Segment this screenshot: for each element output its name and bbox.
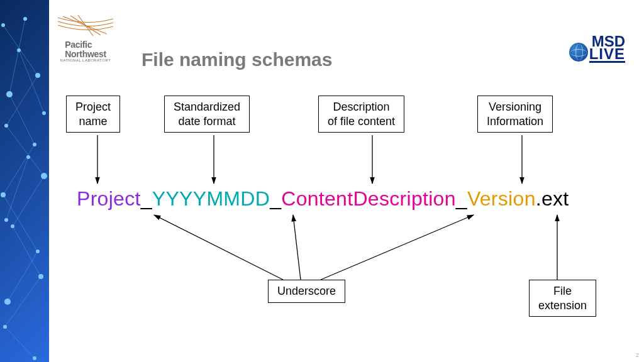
svg-line-10 bbox=[3, 195, 38, 251]
svg-point-25 bbox=[1, 192, 6, 197]
svg-line-6 bbox=[5, 327, 35, 358]
segment-date: YYYYMMDD bbox=[152, 187, 270, 210]
msd-live-logo: MSD LIVE bbox=[569, 35, 625, 63]
svg-point-16 bbox=[4, 124, 8, 128]
svg-line-1 bbox=[6, 75, 38, 126]
box-underscore: Underscore bbox=[268, 280, 345, 303]
svg-line-9 bbox=[3, 145, 35, 195]
box-description: Description of file content bbox=[318, 96, 404, 133]
segment-ext: .ext bbox=[536, 187, 569, 210]
svg-line-12 bbox=[19, 50, 44, 113]
svg-line-11 bbox=[8, 251, 38, 302]
svg-line-13 bbox=[6, 157, 28, 220]
decorative-sidebar bbox=[0, 0, 49, 362]
pnnl-text-2: Northwest bbox=[65, 50, 106, 59]
svg-point-14 bbox=[1, 23, 5, 27]
svg-line-2 bbox=[6, 126, 44, 176]
svg-point-24 bbox=[33, 143, 36, 146]
box-date: Standardized date format bbox=[164, 96, 250, 133]
svg-point-30 bbox=[26, 155, 30, 159]
svg-point-28 bbox=[17, 48, 21, 52]
msd-bot: LIVE bbox=[589, 48, 625, 62]
box-version: Versioning Information bbox=[477, 96, 553, 133]
svg-point-31 bbox=[4, 218, 8, 222]
svg-point-17 bbox=[41, 173, 47, 179]
svg-line-38 bbox=[321, 215, 474, 280]
pnnl-text-1: Pacific bbox=[65, 40, 106, 50]
svg-line-37 bbox=[293, 215, 301, 280]
segment-project: Project bbox=[77, 187, 141, 210]
page-title: File naming schemas bbox=[142, 49, 332, 70]
segment-underscore-3: _ bbox=[456, 187, 467, 210]
pnnl-logo: Pacific Northwest NATIONAL LABORATORY bbox=[57, 15, 114, 62]
pnnl-swoosh-icon bbox=[57, 15, 114, 38]
box-project: Project name bbox=[66, 96, 120, 133]
segment-underscore-2: _ bbox=[270, 187, 281, 210]
svg-point-18 bbox=[11, 224, 14, 228]
page-number: 2 bbox=[636, 352, 639, 358]
svg-line-8 bbox=[9, 94, 35, 145]
svg-point-21 bbox=[33, 356, 36, 360]
svg-point-23 bbox=[6, 91, 13, 97]
pnnl-sub: NATIONAL LABORATORY bbox=[60, 58, 111, 62]
filename-pattern: Project_YYYYMMDD_ContentDescription_Vers… bbox=[77, 187, 569, 211]
svg-line-7 bbox=[9, 19, 25, 94]
segment-content: ContentDescription bbox=[281, 187, 456, 210]
svg-point-20 bbox=[3, 325, 7, 329]
svg-line-3 bbox=[13, 176, 44, 226]
svg-line-36 bbox=[154, 215, 283, 280]
svg-point-29 bbox=[42, 111, 46, 115]
svg-point-27 bbox=[4, 299, 11, 305]
globe-icon bbox=[569, 43, 588, 62]
svg-point-19 bbox=[38, 274, 43, 279]
segment-underscore-1: _ bbox=[141, 187, 152, 210]
svg-point-22 bbox=[23, 17, 27, 21]
box-extension: File extension bbox=[529, 280, 596, 317]
segment-version: Version bbox=[467, 187, 536, 210]
svg-point-26 bbox=[36, 250, 40, 253]
svg-point-15 bbox=[35, 73, 40, 78]
